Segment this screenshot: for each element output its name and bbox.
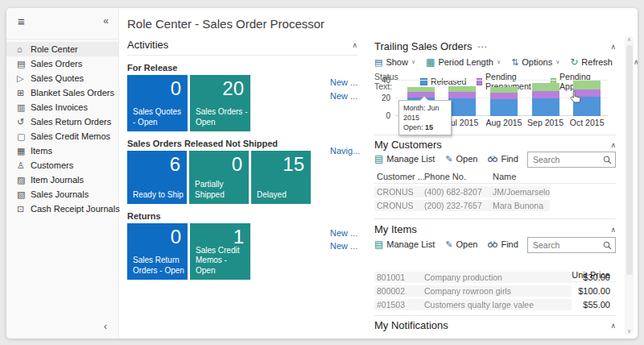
collapse-my-customers-icon[interactable]: ∧ xyxy=(610,141,616,149)
new-action-link[interactable]: New ... xyxy=(330,241,357,251)
item-row[interactable]: 800002 Company rowroon girls $100.00 xyxy=(374,285,616,297)
options-button[interactable]: ⇅ Options ∨ xyxy=(511,57,559,68)
tile-value: 0 xyxy=(232,153,242,176)
show-button[interactable]: ▤ Show ∨ xyxy=(374,57,415,68)
calendar-icon: ▦ xyxy=(426,56,435,68)
sidebar-nav: ⌂ Role Center ▤ Sales Orders ▷ Sales Quo… xyxy=(6,39,118,216)
customer-row[interactable]: CRONUS (200) 232-7657 Mara Bunona xyxy=(374,200,616,211)
navigate-action-link[interactable]: Navig... xyxy=(330,146,360,156)
bar-segment-pending-approval[interactable] xyxy=(532,83,559,91)
chart-y-axis: 02040 xyxy=(374,81,390,116)
my-customers-search-box xyxy=(527,152,616,168)
search-icon[interactable] xyxy=(603,241,612,250)
my-items-title: My Items xyxy=(374,223,417,235)
find-button[interactable]: Find xyxy=(488,154,518,164)
sidebar-item-sales-credit-memos[interactable]: ▢ Sales Credit Memos xyxy=(6,129,118,143)
period-length-button[interactable]: ▦ Period Length ∨ xyxy=(426,56,501,68)
sidebar-item-sales-quotes[interactable]: ▷ Sales Quotes xyxy=(6,71,118,85)
pencil-icon: ✎ xyxy=(445,239,452,250)
cue-tile-delayed[interactable]: 15 Delayed xyxy=(251,151,311,204)
tile-label: Sales Orders - Open xyxy=(196,107,248,127)
unit-price-cell: $100.00 xyxy=(578,286,610,296)
bar-segment-pending-approval[interactable] xyxy=(448,86,476,93)
scroll-up-icon[interactable]: ∧ xyxy=(625,36,634,43)
collapse-my-items-icon[interactable]: ∧ xyxy=(610,226,616,234)
manage-list-button[interactable]: ▤ Manage List xyxy=(374,239,435,250)
bar-segment-pending-prepayment[interactable] xyxy=(448,92,476,98)
sidebar-collapse-icon[interactable]: « xyxy=(103,15,109,27)
sidebar-item-sales-orders[interactable]: ▤ Sales Orders xyxy=(6,56,118,71)
sidebar-item-role-center[interactable]: ⌂ Role Center xyxy=(6,42,118,56)
refresh-button[interactable]: ↻ Refresh xyxy=(570,56,613,68)
new-action-link[interactable]: New ... xyxy=(330,91,357,101)
group-title-returns: Returns xyxy=(127,211,357,221)
customer-no-cell: CRONUS xyxy=(377,201,414,210)
vertical-scrollbar[interactable]: ∧ ∨ xyxy=(625,35,634,335)
more-options-icon[interactable]: ⋯ xyxy=(477,41,487,52)
unit-price-cell: $30.00 xyxy=(583,272,610,282)
bar-segment-pending-prepayment[interactable] xyxy=(532,91,559,98)
sliders-icon: ⇅ xyxy=(511,57,518,68)
my-items-search-box xyxy=(527,237,616,253)
chart-bar-aug-2015[interactable] xyxy=(483,81,525,116)
cue-tile-sales-return-orders-open[interactable]: 0 Sales Return Orders - Open xyxy=(127,223,188,280)
customer-row[interactable]: CRONUS (400) 682-8207 JM/Joemarselo xyxy=(374,186,616,197)
bar-segment-released[interactable] xyxy=(490,99,518,116)
sidebar-item-sales-invoices[interactable]: ▥ Sales Invoices xyxy=(6,100,118,114)
tile-value: 15 xyxy=(283,153,304,176)
sidebar-item-label: Items xyxy=(31,146,52,156)
column-header-name[interactable]: Name xyxy=(493,172,516,181)
chart-bar-sep-2015[interactable] xyxy=(525,81,567,116)
trailing-sales-orders-title: Trailing Sales Orders xyxy=(374,40,473,52)
bar-segment-pending-approval[interactable] xyxy=(407,87,435,93)
scroll-down-icon[interactable]: ∨ xyxy=(625,328,634,335)
collapse-my-notifications-icon[interactable]: ∧ xyxy=(610,322,616,330)
bar-segment-pending-prepayment[interactable] xyxy=(490,93,518,99)
hamburger-menu-icon[interactable]: ≡ xyxy=(18,15,25,28)
bar-segment-released[interactable] xyxy=(448,98,476,116)
sidebar-item-item-journals[interactable]: ▨ Item Journals xyxy=(6,172,118,187)
collapse-activities-icon[interactable]: ∧ xyxy=(352,41,357,49)
tile-value: 0 xyxy=(171,226,181,248)
open-button[interactable]: ✎ Open xyxy=(445,239,477,250)
bar-segment-released[interactable] xyxy=(532,98,559,116)
sidebar-back-icon[interactable]: ‹ xyxy=(104,321,107,332)
collapse-trailing-sales-orders-icon[interactable]: ∧ xyxy=(610,43,616,51)
cue-tile-ready-to-ship[interactable]: 6 Ready to Ship xyxy=(127,151,187,204)
item-row[interactable]: 801001 Company production $30.00 xyxy=(374,272,616,283)
sidebar-item-sales-journals[interactable]: ▧ Sales Journals xyxy=(6,187,118,202)
column-header-phone-no[interactable]: Phone No. xyxy=(424,172,466,181)
home-icon: ⌂ xyxy=(17,44,31,54)
bar-segment-pending-approval[interactable] xyxy=(573,81,601,89)
sidebar-item-customers[interactable]: ♙ Customers xyxy=(6,158,118,172)
cue-tile-partially-shipped[interactable]: 0 Partially Shipped xyxy=(189,151,249,204)
sidebar-item-items[interactable]: ▦ Items xyxy=(6,143,118,158)
sidebar-item-sales-return-orders[interactable]: ↺ Sales Return Orders xyxy=(6,114,118,129)
bar-segment-pending-approval[interactable] xyxy=(490,87,518,94)
unit-price-cell: $55.00 xyxy=(583,300,610,310)
section-divider xyxy=(374,218,616,219)
manage-list-button[interactable]: ▤ Manage List xyxy=(374,153,435,164)
cue-tile-sales-orders-open[interactable]: 20 Sales Orders - Open xyxy=(190,75,250,131)
sidebar-item-cash-receipt-journals[interactable]: ⊡ Cash Receipt Journals xyxy=(6,202,118,216)
search-input[interactable] xyxy=(533,240,603,250)
item-row[interactable]: #01503 Customers qualty large valee $55.… xyxy=(374,299,616,310)
new-action-link[interactable]: New ... xyxy=(330,77,357,87)
open-button[interactable]: ✎ Open xyxy=(445,154,477,164)
collapse-chart-icon[interactable]: ∧ xyxy=(634,58,638,66)
search-input[interactable] xyxy=(533,155,603,164)
items-icon: ▦ xyxy=(17,146,31,156)
search-icon[interactable] xyxy=(603,156,612,164)
item-no-cell: 800002 xyxy=(377,286,405,296)
my-customers-table-header: Customer ... ↑ Phone No. Name xyxy=(374,172,616,184)
scrollbar-thumb[interactable] xyxy=(626,45,633,275)
cue-tile-sales-quotes-open[interactable]: 0 Sales Quotes - Open xyxy=(127,75,188,131)
new-action-link[interactable]: New ... xyxy=(330,228,357,238)
trailing-sales-orders-header: Trailing Sales Orders ⋯ ∧ xyxy=(374,40,616,52)
find-button[interactable]: Find xyxy=(488,239,518,249)
sidebar-item-label: Sales Credit Memos xyxy=(31,131,110,141)
page-title: Role Center - Sales Order Processor xyxy=(127,17,324,31)
sidebar-item-blanket-sales-orders[interactable]: ⊞ Blanket Sales Orders xyxy=(6,85,118,100)
sidebar-item-label: Customers xyxy=(31,160,73,170)
cue-tile-sales-credit-memos-open[interactable]: 1 Sales Credit Memos - Open xyxy=(190,223,250,280)
